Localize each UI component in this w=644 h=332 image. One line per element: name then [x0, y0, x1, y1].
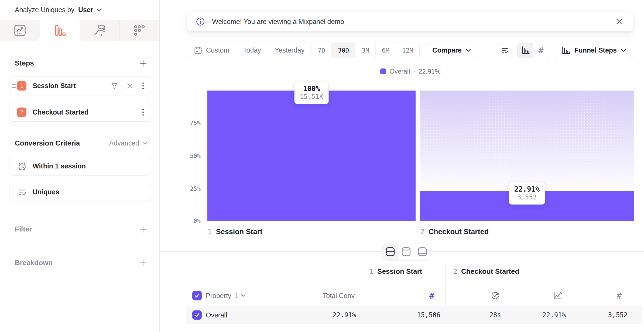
panel-layout-toggle [382, 244, 430, 260]
bar-value-label-step-2: 22.91% 3,552 [509, 182, 545, 205]
funnel-chart-view-toggle[interactable] [518, 43, 533, 58]
sidebar-body: Steps 1 Session Start [0, 58, 159, 267]
bar-count: 3,552 [514, 193, 540, 201]
property-label: Property [206, 292, 231, 300]
tab-funnels[interactable] [40, 20, 80, 41]
date-range-label: 7D [318, 47, 325, 54]
step2-conversion-value: 22.91% [512, 311, 566, 319]
date-range-6m[interactable]: 6M [376, 43, 396, 58]
row-checkbox[interactable] [192, 310, 202, 320]
tab-insights[interactable] [0, 20, 40, 41]
add-step-button[interactable] [139, 59, 147, 67]
table-group-header-step-2: 2 Checkout Started [453, 267, 519, 276]
step-row-2[interactable]: 2 Checkout Started [9, 103, 151, 122]
compare-button[interactable]: Compare [425, 43, 478, 58]
date-range-custom[interactable]: Custom [187, 43, 236, 58]
conversion-criteria-title: Conversion Criteria [15, 139, 80, 148]
x-axis-label-step-1: 1 Session Start [208, 228, 262, 236]
y-axis-tick: 25% [160, 185, 201, 193]
step-row-1[interactable]: 1 Session Start [9, 77, 151, 95]
date-range-label: 3M [362, 47, 369, 54]
total-conversion-value: 22.91% [302, 311, 356, 319]
date-range-3m[interactable]: 3M [355, 43, 376, 58]
count-column-icon[interactable]: # [614, 291, 625, 300]
analyze-by-selector[interactable]: User [78, 6, 102, 14]
bar-percent: 100% [300, 84, 323, 93]
date-range-12m[interactable]: 12M [396, 43, 420, 58]
step-filter-button[interactable] [111, 82, 118, 89]
add-breakdown-button[interactable] [139, 259, 147, 267]
step-label: Session Start [33, 82, 76, 90]
split-horizontal-icon [385, 247, 395, 257]
breakdown-section-header: Breakdown [9, 258, 151, 267]
step2-count-value: 3,552 [574, 311, 628, 319]
step-menu-button[interactable] [141, 108, 145, 117]
chart-legend[interactable]: Overall · 22.91% [187, 68, 634, 75]
time-to-convert-icon[interactable] [490, 291, 500, 300]
funnel-dropoff-area[interactable] [420, 91, 634, 191]
step-number: 2 [453, 268, 457, 275]
chevron-down-icon [241, 294, 245, 297]
bar-value-label-step-1: 100% 15.51K [294, 82, 329, 104]
step-actions [111, 81, 145, 90]
step-menu-button[interactable] [141, 81, 145, 90]
property-selector[interactable]: Property 1 [206, 292, 245, 300]
measurement-dropdown[interactable]: Funnel Steps [554, 43, 633, 58]
date-range-label: 30D [338, 47, 349, 54]
table-only-toggle[interactable] [414, 244, 430, 260]
step-number-badge: 1 [17, 81, 26, 91]
step-remove-button[interactable] [126, 83, 133, 89]
line-chart-icon [14, 24, 26, 37]
check-icon [194, 312, 200, 318]
step-number: 2 [420, 228, 424, 236]
step-actions [141, 108, 145, 117]
breakdown-title: Breakdown [15, 258, 53, 267]
row-label: Overall [206, 311, 227, 319]
date-range-label: Yesterday [275, 46, 304, 54]
step-name: Session Start [377, 267, 422, 276]
step-label: Checkout Started [33, 108, 88, 116]
date-range-7d[interactable]: 7D [311, 43, 332, 58]
counting-toggle-button[interactable] [497, 43, 512, 58]
add-filter-button[interactable] [139, 225, 147, 233]
steps-section-header: Steps [9, 58, 151, 68]
number-view-toggle[interactable]: # [533, 43, 549, 58]
funnel-chart-icon [521, 46, 530, 55]
legend-series-value: 22.91% [419, 68, 440, 75]
table-row-overall[interactable]: Overall 22.91% 15,506 28s 22.91% 3,552 [186, 306, 642, 324]
date-range-30d[interactable]: 30D [332, 43, 356, 58]
property-index: 1 [234, 292, 238, 300]
count-column-icon[interactable]: # [426, 291, 437, 300]
drag-handle-icon[interactable] [12, 84, 16, 88]
view-tab-bar [0, 20, 159, 41]
table-group-header-step-1: 1 Session Start [369, 267, 422, 276]
date-range-today[interactable]: Today [236, 43, 268, 58]
bar-chart-icon [53, 24, 66, 37]
advanced-dropdown[interactable]: Advanced [109, 139, 147, 147]
select-all-checkbox[interactable] [192, 291, 202, 300]
date-range-selector: Custom Today Yesterday 7D 30D 3M 6M 12M [187, 43, 420, 58]
y-axis-tick: 75% [160, 119, 201, 127]
conversion-window-row[interactable]: Within 1 session [9, 157, 151, 175]
calendar-icon [194, 46, 202, 54]
plus-icon [139, 59, 147, 67]
value-display-toggle: # [517, 43, 549, 58]
conversion-trend-icon[interactable] [553, 291, 563, 300]
flow-icon [93, 24, 106, 37]
close-icon [616, 18, 623, 25]
filter-funnel-icon [111, 82, 118, 89]
table-header-row: Property 1 Total Conv. # [160, 286, 644, 305]
close-icon [126, 83, 133, 89]
step-name: Session Start [216, 228, 263, 236]
split-view-toggle[interactable] [382, 244, 398, 260]
chart-only-toggle[interactable] [398, 244, 414, 260]
date-range-yesterday[interactable]: Yesterday [268, 43, 311, 58]
total-conversion-header: Total Conv. [294, 292, 356, 300]
counting-method-row[interactable]: Uniques [9, 183, 151, 201]
bar-percent: 22.91% [514, 185, 540, 193]
tab-flows[interactable] [80, 20, 119, 41]
banner-close-button[interactable] [614, 16, 624, 27]
alarm-clock-icon [17, 161, 27, 171]
funnel-bar-step-1[interactable] [207, 91, 416, 221]
tab-retention[interactable] [119, 20, 160, 41]
